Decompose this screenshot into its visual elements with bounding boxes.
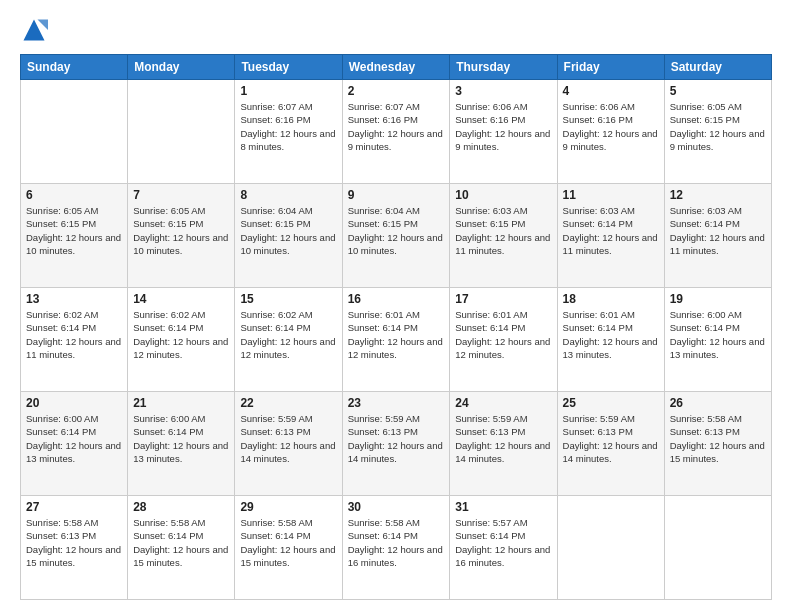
day-number: 9 [348, 188, 445, 202]
calendar-cell: 12Sunrise: 6:03 AM Sunset: 6:14 PM Dayli… [664, 184, 771, 288]
day-info: Sunrise: 6:07 AM Sunset: 6:16 PM Dayligh… [240, 100, 336, 153]
header [20, 16, 772, 44]
day-number: 4 [563, 84, 659, 98]
day-info: Sunrise: 6:00 AM Sunset: 6:14 PM Dayligh… [133, 412, 229, 465]
day-number: 8 [240, 188, 336, 202]
calendar-week-row: 13Sunrise: 6:02 AM Sunset: 6:14 PM Dayli… [21, 288, 772, 392]
svg-marker-1 [38, 20, 49, 31]
day-number: 11 [563, 188, 659, 202]
day-number: 16 [348, 292, 445, 306]
day-info: Sunrise: 5:59 AM Sunset: 6:13 PM Dayligh… [240, 412, 336, 465]
day-number: 30 [348, 500, 445, 514]
page: SundayMondayTuesdayWednesdayThursdayFrid… [0, 0, 792, 612]
day-info: Sunrise: 5:58 AM Sunset: 6:14 PM Dayligh… [240, 516, 336, 569]
day-info: Sunrise: 6:00 AM Sunset: 6:14 PM Dayligh… [670, 308, 766, 361]
day-info: Sunrise: 5:59 AM Sunset: 6:13 PM Dayligh… [455, 412, 551, 465]
calendar-cell: 5Sunrise: 6:05 AM Sunset: 6:15 PM Daylig… [664, 80, 771, 184]
day-info: Sunrise: 6:03 AM Sunset: 6:15 PM Dayligh… [455, 204, 551, 257]
day-number: 13 [26, 292, 122, 306]
day-info: Sunrise: 6:04 AM Sunset: 6:15 PM Dayligh… [348, 204, 445, 257]
calendar-cell: 29Sunrise: 5:58 AM Sunset: 6:14 PM Dayli… [235, 496, 342, 600]
day-info: Sunrise: 6:01 AM Sunset: 6:14 PM Dayligh… [348, 308, 445, 361]
calendar-cell: 26Sunrise: 5:58 AM Sunset: 6:13 PM Dayli… [664, 392, 771, 496]
calendar-cell: 4Sunrise: 6:06 AM Sunset: 6:16 PM Daylig… [557, 80, 664, 184]
calendar-header-tuesday: Tuesday [235, 55, 342, 80]
day-info: Sunrise: 5:58 AM Sunset: 6:14 PM Dayligh… [133, 516, 229, 569]
day-info: Sunrise: 6:02 AM Sunset: 6:14 PM Dayligh… [133, 308, 229, 361]
calendar-cell [557, 496, 664, 600]
calendar-cell: 27Sunrise: 5:58 AM Sunset: 6:13 PM Dayli… [21, 496, 128, 600]
day-info: Sunrise: 6:06 AM Sunset: 6:16 PM Dayligh… [563, 100, 659, 153]
calendar-cell [128, 80, 235, 184]
calendar-cell: 21Sunrise: 6:00 AM Sunset: 6:14 PM Dayli… [128, 392, 235, 496]
day-info: Sunrise: 6:03 AM Sunset: 6:14 PM Dayligh… [563, 204, 659, 257]
day-info: Sunrise: 6:05 AM Sunset: 6:15 PM Dayligh… [670, 100, 766, 153]
calendar-header-wednesday: Wednesday [342, 55, 450, 80]
calendar-cell: 25Sunrise: 5:59 AM Sunset: 6:13 PM Dayli… [557, 392, 664, 496]
logo [20, 16, 52, 44]
calendar-header-thursday: Thursday [450, 55, 557, 80]
day-number: 15 [240, 292, 336, 306]
day-number: 18 [563, 292, 659, 306]
calendar-cell: 9Sunrise: 6:04 AM Sunset: 6:15 PM Daylig… [342, 184, 450, 288]
calendar-cell [21, 80, 128, 184]
day-number: 24 [455, 396, 551, 410]
day-info: Sunrise: 6:06 AM Sunset: 6:16 PM Dayligh… [455, 100, 551, 153]
day-info: Sunrise: 6:04 AM Sunset: 6:15 PM Dayligh… [240, 204, 336, 257]
day-info: Sunrise: 6:03 AM Sunset: 6:14 PM Dayligh… [670, 204, 766, 257]
day-info: Sunrise: 5:58 AM Sunset: 6:13 PM Dayligh… [670, 412, 766, 465]
day-info: Sunrise: 6:05 AM Sunset: 6:15 PM Dayligh… [133, 204, 229, 257]
day-number: 7 [133, 188, 229, 202]
calendar-cell: 3Sunrise: 6:06 AM Sunset: 6:16 PM Daylig… [450, 80, 557, 184]
calendar-week-row: 1Sunrise: 6:07 AM Sunset: 6:16 PM Daylig… [21, 80, 772, 184]
day-info: Sunrise: 5:58 AM Sunset: 6:14 PM Dayligh… [348, 516, 445, 569]
calendar-cell: 15Sunrise: 6:02 AM Sunset: 6:14 PM Dayli… [235, 288, 342, 392]
calendar-cell: 18Sunrise: 6:01 AM Sunset: 6:14 PM Dayli… [557, 288, 664, 392]
day-info: Sunrise: 6:01 AM Sunset: 6:14 PM Dayligh… [455, 308, 551, 361]
day-info: Sunrise: 5:57 AM Sunset: 6:14 PM Dayligh… [455, 516, 551, 569]
day-number: 1 [240, 84, 336, 98]
calendar-cell: 13Sunrise: 6:02 AM Sunset: 6:14 PM Dayli… [21, 288, 128, 392]
day-number: 21 [133, 396, 229, 410]
logo-icon [20, 16, 48, 44]
calendar: SundayMondayTuesdayWednesdayThursdayFrid… [20, 54, 772, 600]
day-number: 10 [455, 188, 551, 202]
day-number: 2 [348, 84, 445, 98]
day-number: 27 [26, 500, 122, 514]
day-number: 14 [133, 292, 229, 306]
calendar-cell: 2Sunrise: 6:07 AM Sunset: 6:16 PM Daylig… [342, 80, 450, 184]
day-number: 19 [670, 292, 766, 306]
calendar-cell: 23Sunrise: 5:59 AM Sunset: 6:13 PM Dayli… [342, 392, 450, 496]
calendar-header-monday: Monday [128, 55, 235, 80]
calendar-header-sunday: Sunday [21, 55, 128, 80]
day-number: 3 [455, 84, 551, 98]
calendar-cell: 20Sunrise: 6:00 AM Sunset: 6:14 PM Dayli… [21, 392, 128, 496]
day-info: Sunrise: 6:05 AM Sunset: 6:15 PM Dayligh… [26, 204, 122, 257]
calendar-header-saturday: Saturday [664, 55, 771, 80]
calendar-header-row: SundayMondayTuesdayWednesdayThursdayFrid… [21, 55, 772, 80]
calendar-cell: 10Sunrise: 6:03 AM Sunset: 6:15 PM Dayli… [450, 184, 557, 288]
day-number: 17 [455, 292, 551, 306]
day-info: Sunrise: 5:59 AM Sunset: 6:13 PM Dayligh… [563, 412, 659, 465]
calendar-week-row: 27Sunrise: 5:58 AM Sunset: 6:13 PM Dayli… [21, 496, 772, 600]
day-number: 12 [670, 188, 766, 202]
calendar-cell: 1Sunrise: 6:07 AM Sunset: 6:16 PM Daylig… [235, 80, 342, 184]
calendar-cell: 22Sunrise: 5:59 AM Sunset: 6:13 PM Dayli… [235, 392, 342, 496]
day-number: 5 [670, 84, 766, 98]
day-number: 26 [670, 396, 766, 410]
calendar-week-row: 6Sunrise: 6:05 AM Sunset: 6:15 PM Daylig… [21, 184, 772, 288]
day-info: Sunrise: 6:00 AM Sunset: 6:14 PM Dayligh… [26, 412, 122, 465]
day-info: Sunrise: 6:01 AM Sunset: 6:14 PM Dayligh… [563, 308, 659, 361]
day-info: Sunrise: 5:58 AM Sunset: 6:13 PM Dayligh… [26, 516, 122, 569]
calendar-cell: 7Sunrise: 6:05 AM Sunset: 6:15 PM Daylig… [128, 184, 235, 288]
calendar-cell: 28Sunrise: 5:58 AM Sunset: 6:14 PM Dayli… [128, 496, 235, 600]
calendar-cell: 17Sunrise: 6:01 AM Sunset: 6:14 PM Dayli… [450, 288, 557, 392]
day-number: 22 [240, 396, 336, 410]
day-info: Sunrise: 5:59 AM Sunset: 6:13 PM Dayligh… [348, 412, 445, 465]
calendar-cell: 31Sunrise: 5:57 AM Sunset: 6:14 PM Dayli… [450, 496, 557, 600]
calendar-header-friday: Friday [557, 55, 664, 80]
day-number: 25 [563, 396, 659, 410]
calendar-cell: 6Sunrise: 6:05 AM Sunset: 6:15 PM Daylig… [21, 184, 128, 288]
day-info: Sunrise: 6:02 AM Sunset: 6:14 PM Dayligh… [240, 308, 336, 361]
calendar-cell: 19Sunrise: 6:00 AM Sunset: 6:14 PM Dayli… [664, 288, 771, 392]
